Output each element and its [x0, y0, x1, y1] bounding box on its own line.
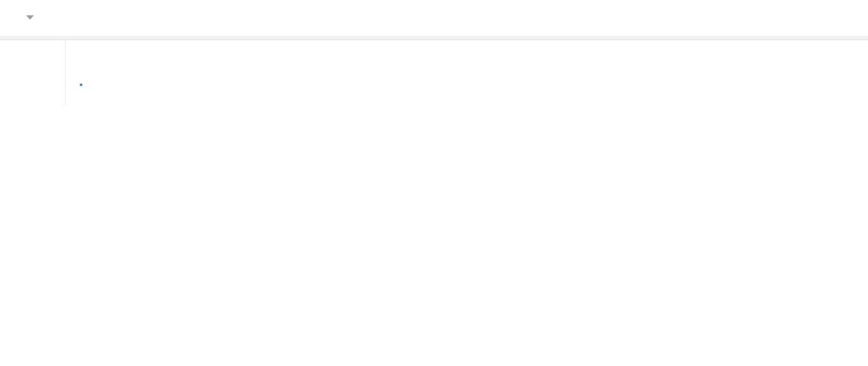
code-editor[interactable]	[0, 40, 868, 105]
code-area[interactable]	[65, 40, 868, 105]
file-tab-dropdown-icon[interactable]	[26, 15, 34, 21]
selection-highlight-box	[80, 84, 82, 86]
file-tab-bar	[0, 0, 868, 36]
line-number-gutter	[26, 40, 65, 105]
info-gutter	[0, 40, 26, 105]
